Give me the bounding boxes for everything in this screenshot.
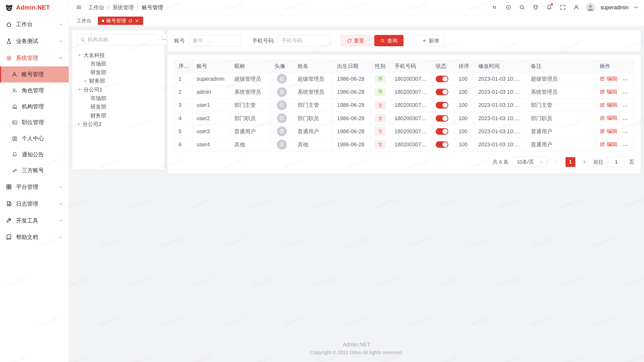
avatar-image <box>586 3 595 12</box>
home-icon <box>6 21 12 27</box>
cell-gender: 女 <box>371 125 390 138</box>
sidebar-item-system-management[interactable]: 系统管理 <box>0 50 69 67</box>
notification-bell-icon[interactable] <box>545 3 553 12</box>
tree-node[interactable]: 大名科技 <box>76 51 160 59</box>
sidebar-item-log-management[interactable]: 日志管理 <box>0 195 69 212</box>
status-toggle[interactable] <box>436 128 449 135</box>
toggle-knob <box>442 103 448 108</box>
sidebar-item-business-test[interactable]: 业务测试 <box>0 33 69 50</box>
row-more-button[interactable] <box>622 129 628 135</box>
cell-nickname: 系统管理员 <box>230 85 270 99</box>
sidebar-item-workbench[interactable]: 工作台 <box>0 16 69 33</box>
goto-page-input[interactable] <box>608 157 625 167</box>
tab-active-dot <box>102 20 104 22</box>
search-icon[interactable] <box>518 3 526 12</box>
sidebar-item-third-account[interactable]: 三方账号 <box>0 163 69 179</box>
edit-button[interactable]: 编辑 <box>600 88 617 95</box>
reset-label: 重置 <box>354 37 364 44</box>
tree-more-button[interactable] <box>162 34 167 45</box>
add-button[interactable]: 新增 <box>416 35 445 47</box>
sidebar-item-org-management[interactable]: 机构管理 <box>0 99 69 115</box>
edit-button[interactable]: 编辑 <box>600 75 617 82</box>
sidebar-item-position-management[interactable]: 职位管理 <box>0 114 69 130</box>
sidebar-item-label: 机构管理 <box>22 103 44 110</box>
fullscreen-icon <box>560 4 566 10</box>
column-header: 姓名 <box>293 60 333 72</box>
sidebar-item-notice[interactable]: 通知公告 <box>0 147 69 163</box>
tree-caret-icon[interactable] <box>85 79 87 82</box>
font-size-icon[interactable]: Tt <box>491 3 499 12</box>
fullscreen-icon[interactable] <box>559 3 567 12</box>
sidebar-item-role-management[interactable]: 角色管理 <box>0 82 69 99</box>
phone-input[interactable] <box>278 35 330 46</box>
tree-node[interactable]: 分公司1 <box>76 85 160 94</box>
brand[interactable]: Admin.NET <box>0 0 69 15</box>
breadcrumb-item[interactable]: 工作台 <box>88 4 104 11</box>
locale-icon[interactable] <box>504 3 513 12</box>
table-row: 2admin系统管理员系系统管理员1986-06-28男180200307201… <box>174 85 634 99</box>
account-input[interactable] <box>189 35 242 46</box>
sidebar-item-platform-management[interactable]: 平台管理 <box>0 178 69 195</box>
edit-label: 编辑 <box>607 101 617 108</box>
tree-caret-icon[interactable] <box>78 54 81 56</box>
reset-button[interactable]: 重置 <box>341 35 370 47</box>
chevron-down-icon <box>58 218 63 223</box>
status-toggle[interactable] <box>436 141 449 148</box>
next-page-button[interactable] <box>579 157 589 167</box>
username[interactable]: superadmin <box>600 5 628 11</box>
tree-node[interactable]: 分公司2 <box>76 120 160 128</box>
row-more-button[interactable] <box>622 143 628 148</box>
content-area: 大名科技市场部研发部财务部分公司1市场部研发部财务部分公司2 账号 手机号码 重… <box>69 27 644 362</box>
cell-remark: 部门职员 <box>527 112 595 125</box>
prev-page-button[interactable] <box>551 157 561 167</box>
collapse-menu-icon[interactable] <box>75 3 83 12</box>
search-button[interactable]: 查询 <box>374 35 404 47</box>
edit-button[interactable]: 编辑 <box>600 101 617 108</box>
row-more-button[interactable] <box>622 90 628 96</box>
tree-node-label: 分公司1 <box>84 86 102 93</box>
theme-icon <box>533 4 539 10</box>
sidebar-item-account-management[interactable]: 账号管理 <box>0 66 69 82</box>
tree-node[interactable]: 财务部 <box>76 77 160 85</box>
column-header: 昵称 <box>230 60 270 72</box>
sidebar-item-help-docs[interactable]: 帮助文档 <box>0 229 69 246</box>
status-toggle[interactable] <box>436 102 449 108</box>
page-size-select[interactable]: 10条/页 <box>513 157 547 167</box>
tree-node[interactable]: 研发部 <box>76 68 160 77</box>
row-more-button[interactable] <box>622 77 628 83</box>
tab-refresh-icon[interactable] <box>128 19 133 23</box>
tab-workbench[interactable]: 工作台 <box>73 17 95 25</box>
cell-no: 1 <box>174 72 192 85</box>
org-search-input[interactable] <box>88 37 155 42</box>
edit-button[interactable]: 编辑 <box>600 114 617 121</box>
tree-node[interactable]: 市场部 <box>76 94 160 103</box>
role-icon <box>12 88 18 94</box>
tree-caret-icon[interactable] <box>78 123 80 126</box>
user-menu-chevron-icon[interactable] <box>634 5 638 10</box>
sidebar-item-dev-tools[interactable]: 开发工具 <box>0 212 69 229</box>
status-toggle[interactable] <box>436 76 449 82</box>
sidebar-item-personal-center[interactable]: 个人中心 <box>0 130 69 147</box>
tree-node[interactable]: 财务部 <box>76 111 160 120</box>
row-more-button[interactable] <box>622 103 628 109</box>
edit-button[interactable]: 编辑 <box>600 141 617 148</box>
user-outline-icon[interactable] <box>572 3 581 12</box>
theme-icon[interactable] <box>532 3 540 12</box>
breadcrumb-item[interactable]: 系统管理 <box>112 4 134 11</box>
cell-no: 6 <box>174 138 192 151</box>
status-toggle[interactable] <box>436 115 449 122</box>
chevron-right-icon <box>582 160 587 164</box>
page-number-button[interactable]: 1 <box>566 157 575 167</box>
row-more-button[interactable] <box>622 116 628 122</box>
tree-node[interactable]: 市场部 <box>76 60 160 68</box>
accounts-table: 序号账号昵称头像姓名出生日期性别手机号码状态排序修改时间备注操作 1supera… <box>174 60 634 151</box>
cell-nickname: 普通用户 <box>230 125 270 138</box>
tab-account-management[interactable]: 账号管理 <box>98 17 143 25</box>
tree-node[interactable]: 研发部 <box>76 103 160 111</box>
goto-label: 前往 <box>593 158 604 165</box>
user-avatar[interactable] <box>586 3 595 12</box>
edit-button[interactable]: 编辑 <box>600 128 617 135</box>
tree-caret-icon[interactable] <box>78 89 81 91</box>
status-toggle[interactable] <box>436 89 449 95</box>
tab-close-icon[interactable] <box>135 19 139 23</box>
